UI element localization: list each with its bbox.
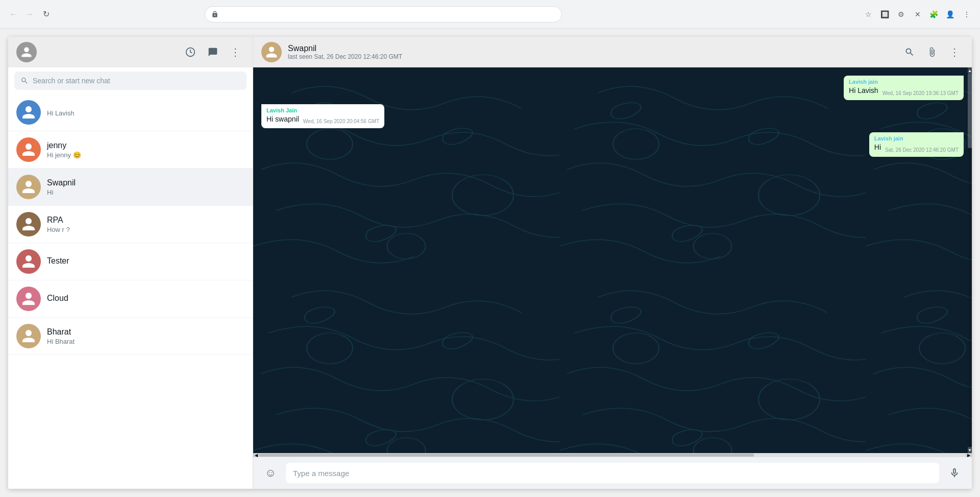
profile-button[interactable]: 👤 xyxy=(943,7,958,21)
chat-item-jenny[interactable]: jenny Hi jenny 😊 xyxy=(8,131,253,169)
sidebar: ⋮ Hi Lavish xyxy=(8,37,253,489)
horizontal-scrollbar[interactable]: ◀ ▶ xyxy=(253,453,972,457)
chat-info-lavish: Hi Lavish xyxy=(47,108,244,117)
contact-info[interactable]: Swapnil last seen Sat, 26 Dec 2020 12:46… xyxy=(288,43,894,60)
bubble-time-sent-1: Wed, 16 Sep 2020 19:36:13 GMT xyxy=(883,90,959,96)
chat-search-btn[interactable] xyxy=(900,43,919,61)
chat-info-rpa: RPA How r ? xyxy=(47,216,244,233)
bubble-text-received-1: Hi swapnil xyxy=(266,114,299,125)
chat-name-jenny: jenny xyxy=(47,141,244,150)
lock-icon xyxy=(211,11,218,18)
extension-3-button[interactable]: ✕ xyxy=(911,7,925,21)
bubble-time-received-1: Wed, 16 Sep 2020 20:04:56 GMT xyxy=(303,119,379,124)
bubble-sender-sent-2: Lavish jain xyxy=(874,135,959,141)
chat-list: Hi Lavish jenny Hi jenny 😊 xyxy=(8,94,253,489)
h-scroll-thumb[interactable] xyxy=(259,454,754,457)
h-scroll-track xyxy=(259,454,966,457)
whatsapp-wrapper: ⋮ Hi Lavish xyxy=(8,37,972,489)
chat-preview-bharat: Hi Bharat xyxy=(47,338,244,345)
chat-avatar-swapnil xyxy=(16,175,41,199)
message-input-area: ☺ xyxy=(253,457,972,489)
chat-avatar-cloud xyxy=(16,287,41,311)
forward-button[interactable]: → xyxy=(22,7,37,21)
chat-name-rpa: RPA xyxy=(47,216,244,225)
chat-name-tester: Tester xyxy=(47,256,244,266)
new-chat-icon-btn[interactable] xyxy=(204,43,222,61)
emoji-button[interactable]: ☺ xyxy=(261,464,280,482)
messages-area: Lavish jain Hi Lavish Wed, 16 Sep 2020 1… xyxy=(253,67,972,453)
chat-header-icons: ⋮ xyxy=(900,43,964,61)
messages-scrollbar[interactable]: ▲ ▼ xyxy=(968,67,972,453)
chat-header: Swapnil last seen Sat, 26 Dec 2020 12:46… xyxy=(253,37,972,67)
search-box xyxy=(14,72,247,90)
address-bar[interactable]: whatsapp-6fdd4.web.app/rooms/IOFqlm7pxKu… xyxy=(205,6,562,22)
scroll-left-btn[interactable]: ◀ xyxy=(253,453,259,457)
chat-window: Swapnil last seen Sat, 26 Dec 2020 12:46… xyxy=(253,37,972,489)
status-icon-btn[interactable] xyxy=(181,43,200,61)
scroll-down-btn[interactable]: ▼ xyxy=(968,447,972,453)
message-row-sent-1: Lavish jain Hi Lavish Wed, 16 Sep 2020 1… xyxy=(261,76,964,100)
scroll-thumb[interactable] xyxy=(968,74,972,148)
scroll-up-btn[interactable]: ▲ xyxy=(968,67,972,74)
message-bubble-sent-2: Lavish jain Hi Sat, 26 Dec 2020 12:46:20… xyxy=(869,132,964,157)
chat-item-bharat[interactable]: Bharat Hi Bharat xyxy=(8,318,253,355)
chat-preview-jenny: Hi jenny 😊 xyxy=(47,151,244,159)
chat-item-swapnil[interactable]: Swapnil Hi xyxy=(8,169,253,206)
more-button[interactable]: ⋮ xyxy=(960,7,974,21)
attach-btn[interactable] xyxy=(923,43,941,61)
chat-avatar-tester xyxy=(16,249,41,274)
messages-content: Lavish jain Hi Lavish Wed, 16 Sep 2020 1… xyxy=(253,67,972,453)
contact-name: Swapnil xyxy=(288,43,894,53)
scroll-track xyxy=(968,74,972,447)
extension-1-button[interactable]: 🔲 xyxy=(878,7,892,21)
url-input[interactable]: whatsapp-6fdd4.web.app/rooms/IOFqlm7pxKu… xyxy=(223,10,555,18)
bubble-sender-received-1: Lavish Jain xyxy=(266,107,379,113)
browser-actions: ☆ 🔲 ⚙ ✕ 🧩 👤 ⋮ xyxy=(862,7,974,21)
chat-info-bharat: Bharat Hi Bharat xyxy=(47,327,244,345)
bubble-sender-sent-1: Lavish jain xyxy=(849,79,959,85)
bubble-text-sent-1: Hi Lavish xyxy=(849,86,878,96)
search-icon xyxy=(20,77,29,85)
message-bubble-sent-1: Lavish jain Hi Lavish Wed, 16 Sep 2020 1… xyxy=(844,76,964,100)
sidebar-more-btn[interactable]: ⋮ xyxy=(226,43,244,61)
chat-preview-swapnil: Hi xyxy=(47,188,244,196)
extension-4-button[interactable]: 🧩 xyxy=(927,7,941,21)
contact-avatar[interactable] xyxy=(261,42,282,62)
chat-item-rpa[interactable]: RPA How r ? xyxy=(8,206,253,243)
chat-name-swapnil: Swapnil xyxy=(47,178,244,187)
bubble-time-sent-2: Sat, 26 Dec 2020 12:46:20 GMT xyxy=(885,147,959,153)
extension-2-button[interactable]: ⚙ xyxy=(894,7,909,21)
search-container xyxy=(8,67,253,94)
chat-preview-lavish: Hi Lavish xyxy=(47,109,244,117)
header-icons: ⋮ xyxy=(181,43,244,61)
scroll-right-btn[interactable]: ▶ xyxy=(966,453,972,457)
bubble-text-sent-2: Hi xyxy=(874,143,881,153)
chat-info-swapnil: Swapnil Hi xyxy=(47,178,244,196)
mic-button[interactable] xyxy=(945,464,964,482)
chat-item-lavish[interactable]: Hi Lavish xyxy=(8,94,253,131)
chat-preview-rpa: How r ? xyxy=(47,226,244,233)
message-input[interactable] xyxy=(286,463,939,483)
message-row-received-1: Lavish Jain Hi swapnil Wed, 16 Sep 2020 … xyxy=(261,104,964,129)
search-input[interactable] xyxy=(33,77,240,85)
user-avatar[interactable] xyxy=(16,42,37,62)
chat-more-btn[interactable]: ⋮ xyxy=(945,43,964,61)
back-button[interactable]: ← xyxy=(6,7,20,21)
chat-avatar-bharat xyxy=(16,324,41,348)
chat-item-cloud[interactable]: Cloud xyxy=(8,280,253,318)
reload-button[interactable]: ↻ xyxy=(39,7,53,21)
app-container: ⋮ Hi Lavish xyxy=(0,29,980,497)
contact-status: last seen Sat, 26 Dec 2020 12:46:20 GMT xyxy=(288,53,894,60)
message-bubble-received-1: Lavish Jain Hi swapnil Wed, 16 Sep 2020 … xyxy=(261,104,384,129)
chat-info-tester: Tester xyxy=(47,256,244,267)
browser-chrome: ← → ↻ whatsapp-6fdd4.web.app/rooms/IOFql… xyxy=(0,0,980,29)
chat-name-bharat: Bharat xyxy=(47,327,244,337)
chat-avatar-lavish xyxy=(16,100,41,125)
chat-info-cloud: Cloud xyxy=(47,294,244,304)
bookmark-button[interactable]: ☆ xyxy=(862,7,876,21)
nav-buttons: ← → ↻ xyxy=(6,7,53,21)
chat-avatar-rpa xyxy=(16,212,41,236)
chat-info-jenny: jenny Hi jenny 😊 xyxy=(47,141,244,159)
chat-name-cloud: Cloud xyxy=(47,294,244,303)
chat-item-tester[interactable]: Tester xyxy=(8,243,253,280)
